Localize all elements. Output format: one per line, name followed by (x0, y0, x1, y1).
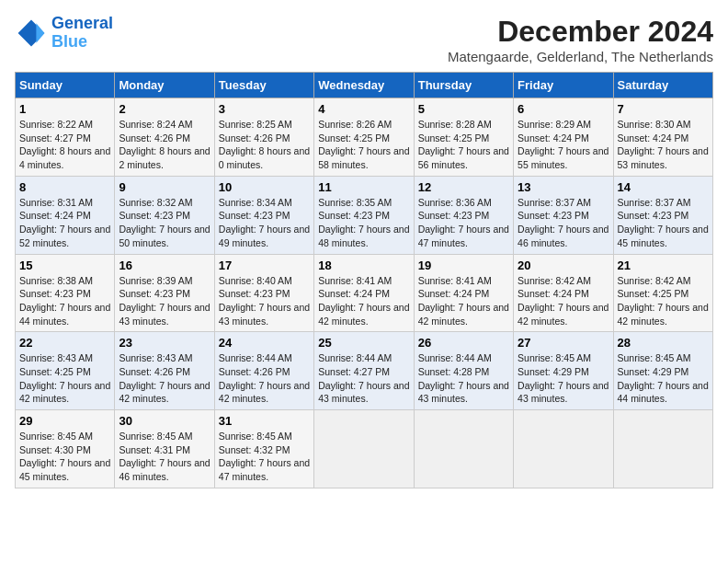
calendar-week-row: 15Sunrise: 8:38 AMSunset: 4:23 PMDayligh… (16, 254, 713, 332)
calendar-header-row: SundayMondayTuesdayWednesdayThursdayFrid… (16, 73, 713, 98)
day-number: 31 (219, 414, 310, 428)
calendar-cell: 9Sunrise: 8:32 AMSunset: 4:23 PMDaylight… (115, 176, 214, 254)
calendar-cell: 26Sunrise: 8:44 AMSunset: 4:28 PMDayligh… (414, 332, 513, 410)
day-info: Sunrise: 8:31 AMSunset: 4:24 PMDaylight:… (19, 197, 110, 248)
logo-line2: Blue (51, 32, 87, 51)
subtitle: Matengaarde, Gelderland, The Netherlands (448, 49, 713, 64)
day-number: 1 (19, 102, 110, 116)
day-info: Sunrise: 8:38 AMSunset: 4:23 PMDaylight:… (19, 275, 110, 327)
day-number: 22 (19, 336, 110, 350)
logo-line1: General (51, 14, 113, 32)
day-info: Sunrise: 8:37 AMSunset: 4:23 PMDaylight:… (618, 197, 709, 248)
day-info: Sunrise: 8:34 AMSunset: 4:23 PMDaylight:… (219, 197, 310, 248)
calendar-cell (414, 410, 513, 488)
header-saturday: Saturday (613, 73, 712, 98)
day-info: Sunrise: 8:26 AMSunset: 4:25 PMDaylight:… (318, 119, 409, 170)
day-number: 4 (318, 102, 409, 116)
header-thursday: Thursday (414, 73, 513, 98)
calendar-cell: 5Sunrise: 8:28 AMSunset: 4:25 PMDaylight… (414, 98, 513, 177)
calendar-week-row: 22Sunrise: 8:43 AMSunset: 4:25 PMDayligh… (16, 332, 713, 410)
day-number: 14 (618, 180, 709, 194)
calendar-cell: 10Sunrise: 8:34 AMSunset: 4:23 PMDayligh… (214, 176, 313, 254)
day-number: 10 (219, 180, 310, 194)
day-info: Sunrise: 8:28 AMSunset: 4:25 PMDaylight:… (418, 119, 509, 170)
day-info: Sunrise: 8:30 AMSunset: 4:24 PMDaylight:… (618, 119, 709, 170)
calendar-cell: 27Sunrise: 8:45 AMSunset: 4:29 PMDayligh… (514, 332, 613, 410)
day-number: 5 (418, 102, 509, 116)
day-number: 23 (119, 336, 210, 350)
calendar-cell: 17Sunrise: 8:40 AMSunset: 4:23 PMDayligh… (214, 254, 313, 332)
day-info: Sunrise: 8:42 AMSunset: 4:24 PMDaylight:… (518, 275, 609, 327)
day-number: 7 (618, 102, 709, 116)
day-info: Sunrise: 8:44 AMSunset: 4:28 PMDaylight:… (418, 352, 509, 404)
calendar-cell: 28Sunrise: 8:45 AMSunset: 4:29 PMDayligh… (613, 332, 712, 410)
calendar-table: SundayMondayTuesdayWednesdayThursdayFrid… (15, 72, 713, 488)
day-number: 13 (518, 180, 609, 194)
day-info: Sunrise: 8:29 AMSunset: 4:24 PMDaylight:… (518, 119, 609, 170)
calendar-cell: 16Sunrise: 8:39 AMSunset: 4:23 PMDayligh… (115, 254, 214, 332)
calendar-cell (613, 410, 712, 488)
day-info: Sunrise: 8:44 AMSunset: 4:26 PMDaylight:… (219, 352, 310, 404)
day-number: 8 (19, 180, 110, 194)
calendar-cell: 20Sunrise: 8:42 AMSunset: 4:24 PMDayligh… (514, 254, 613, 332)
day-number: 11 (318, 180, 409, 194)
day-info: Sunrise: 8:44 AMSunset: 4:27 PMDaylight:… (318, 352, 409, 404)
calendar-cell: 23Sunrise: 8:43 AMSunset: 4:26 PMDayligh… (115, 332, 214, 410)
day-number: 30 (119, 414, 210, 428)
calendar-cell: 18Sunrise: 8:41 AMSunset: 4:24 PMDayligh… (314, 254, 414, 332)
day-number: 18 (318, 259, 409, 272)
calendar-cell: 21Sunrise: 8:42 AMSunset: 4:25 PMDayligh… (613, 254, 712, 332)
day-number: 21 (618, 259, 709, 272)
day-info: Sunrise: 8:45 AMSunset: 4:30 PMDaylight:… (19, 431, 110, 482)
day-info: Sunrise: 8:25 AMSunset: 4:26 PMDaylight:… (219, 119, 310, 170)
calendar-cell: 4Sunrise: 8:26 AMSunset: 4:25 PMDaylight… (314, 98, 414, 177)
day-number: 9 (119, 180, 210, 194)
calendar-cell: 19Sunrise: 8:41 AMSunset: 4:24 PMDayligh… (414, 254, 513, 332)
calendar-cell: 15Sunrise: 8:38 AMSunset: 4:23 PMDayligh… (16, 254, 115, 332)
svg-marker-1 (36, 23, 44, 43)
day-number: 28 (618, 336, 709, 350)
day-number: 20 (518, 259, 609, 272)
day-info: Sunrise: 8:37 AMSunset: 4:23 PMDaylight:… (518, 197, 609, 248)
day-number: 26 (418, 336, 509, 350)
day-number: 12 (418, 180, 509, 194)
calendar-cell: 7Sunrise: 8:30 AMSunset: 4:24 PMDaylight… (613, 98, 712, 177)
calendar-cell: 29Sunrise: 8:45 AMSunset: 4:30 PMDayligh… (16, 410, 115, 488)
calendar-cell: 25Sunrise: 8:44 AMSunset: 4:27 PMDayligh… (314, 332, 414, 410)
day-number: 6 (518, 102, 609, 116)
day-info: Sunrise: 8:24 AMSunset: 4:26 PMDaylight:… (119, 119, 210, 170)
day-info: Sunrise: 8:43 AMSunset: 4:25 PMDaylight:… (19, 352, 110, 404)
day-number: 16 (119, 259, 210, 272)
calendar-cell: 3Sunrise: 8:25 AMSunset: 4:26 PMDaylight… (214, 98, 313, 177)
logo-icon (15, 17, 48, 50)
day-number: 19 (418, 259, 509, 272)
day-info: Sunrise: 8:22 AMSunset: 4:27 PMDaylight:… (19, 119, 110, 170)
calendar-cell (314, 410, 414, 488)
day-info: Sunrise: 8:32 AMSunset: 4:23 PMDaylight:… (119, 197, 210, 248)
header-friday: Friday (514, 73, 613, 98)
calendar-cell: 1Sunrise: 8:22 AMSunset: 4:27 PMDaylight… (16, 98, 115, 177)
day-info: Sunrise: 8:45 AMSunset: 4:32 PMDaylight:… (219, 431, 310, 482)
day-info: Sunrise: 8:40 AMSunset: 4:23 PMDaylight:… (219, 275, 310, 327)
calendar-cell: 31Sunrise: 8:45 AMSunset: 4:32 PMDayligh… (214, 410, 313, 488)
calendar-week-row: 1Sunrise: 8:22 AMSunset: 4:27 PMDaylight… (16, 98, 713, 177)
calendar-week-row: 29Sunrise: 8:45 AMSunset: 4:30 PMDayligh… (16, 410, 713, 488)
calendar-cell: 24Sunrise: 8:44 AMSunset: 4:26 PMDayligh… (214, 332, 313, 410)
day-number: 17 (219, 259, 310, 272)
calendar-cell: 30Sunrise: 8:45 AMSunset: 4:31 PMDayligh… (115, 410, 214, 488)
header-wednesday: Wednesday (314, 73, 414, 98)
calendar-cell: 13Sunrise: 8:37 AMSunset: 4:23 PMDayligh… (514, 176, 613, 254)
header-tuesday: Tuesday (214, 73, 313, 98)
day-info: Sunrise: 8:42 AMSunset: 4:25 PMDaylight:… (618, 275, 709, 327)
day-info: Sunrise: 8:45 AMSunset: 4:29 PMDaylight:… (618, 352, 709, 404)
calendar-cell: 2Sunrise: 8:24 AMSunset: 4:26 PMDaylight… (115, 98, 214, 177)
calendar-cell: 8Sunrise: 8:31 AMSunset: 4:24 PMDaylight… (16, 176, 115, 254)
day-number: 15 (19, 259, 110, 272)
day-info: Sunrise: 8:36 AMSunset: 4:23 PMDaylight:… (418, 197, 509, 248)
day-info: Sunrise: 8:43 AMSunset: 4:26 PMDaylight:… (119, 352, 210, 404)
day-number: 3 (219, 102, 310, 116)
calendar-cell: 12Sunrise: 8:36 AMSunset: 4:23 PMDayligh… (414, 176, 513, 254)
calendar-cell: 6Sunrise: 8:29 AMSunset: 4:24 PMDaylight… (514, 98, 613, 177)
day-info: Sunrise: 8:35 AMSunset: 4:23 PMDaylight:… (318, 197, 409, 248)
page-header: General Blue December 2024 Matengaarde, … (15, 15, 713, 64)
